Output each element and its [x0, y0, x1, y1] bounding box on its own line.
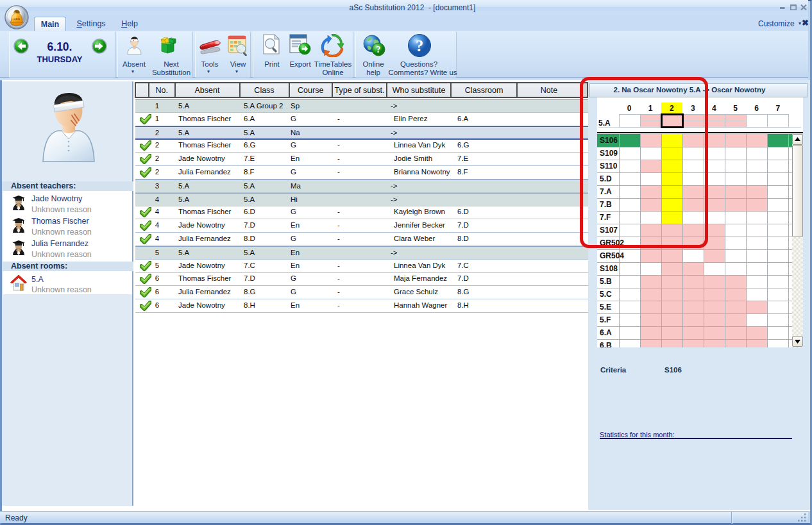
svg-text:?: ? [376, 45, 381, 54]
svg-text:?: ? [416, 37, 424, 54]
